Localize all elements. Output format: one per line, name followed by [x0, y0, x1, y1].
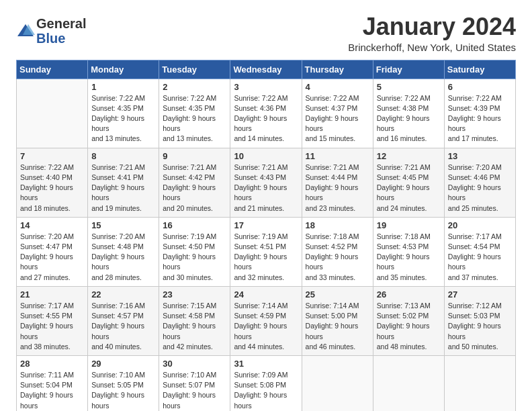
calendar-cell: 5Sunrise: 7:22 AMSunset: 4:38 PMDaylight…: [373, 79, 444, 148]
calendar-cell: 3Sunrise: 7:22 AMSunset: 4:36 PMDaylight…: [230, 79, 302, 148]
day-info: Sunrise: 7:20 AMSunset: 4:47 PMDaylight:…: [20, 232, 84, 283]
day-info: Sunrise: 7:10 AMSunset: 5:07 PMDaylight:…: [163, 370, 226, 411]
weekday-header: Thursday: [302, 60, 373, 79]
logo-text: General Blue: [36, 16, 86, 46]
day-info: Sunrise: 7:12 AMSunset: 5:03 PMDaylight:…: [448, 301, 512, 352]
title-block: January 2024 Brinckerhoff, New York, Uni…: [348, 13, 516, 53]
calendar-cell: 10Sunrise: 7:21 AMSunset: 4:43 PMDayligh…: [230, 148, 302, 217]
calendar-cell: 31Sunrise: 7:09 AMSunset: 5:08 PMDayligh…: [230, 355, 302, 411]
day-info: Sunrise: 7:10 AMSunset: 5:05 PMDaylight:…: [91, 370, 155, 411]
day-number: 30: [163, 359, 226, 369]
calendar-cell: 12Sunrise: 7:21 AMSunset: 4:45 PMDayligh…: [373, 148, 444, 217]
day-info: Sunrise: 7:21 AMSunset: 4:44 PMDaylight:…: [306, 163, 369, 214]
logo-blue: Blue: [36, 31, 65, 46]
logo-icon: [16, 21, 35, 40]
day-info: Sunrise: 7:14 AMSunset: 5:00 PMDaylight:…: [306, 301, 369, 352]
calendar-cell: [444, 355, 515, 411]
calendar-cell: 2Sunrise: 7:22 AMSunset: 4:35 PMDaylight…: [159, 79, 230, 148]
day-number: 25: [306, 289, 369, 300]
day-info: Sunrise: 7:18 AMSunset: 4:52 PMDaylight:…: [306, 232, 369, 283]
day-number: 1: [91, 82, 155, 92]
day-number: 19: [377, 220, 441, 230]
day-number: 5: [377, 82, 441, 92]
day-number: 11: [306, 151, 369, 161]
day-number: 10: [234, 151, 298, 161]
day-number: 8: [91, 151, 155, 161]
day-number: 27: [448, 289, 512, 300]
calendar-cell: 17Sunrise: 7:19 AMSunset: 4:51 PMDayligh…: [230, 217, 302, 286]
day-info: Sunrise: 7:13 AMSunset: 5:02 PMDaylight:…: [377, 301, 441, 352]
calendar-cell: 15Sunrise: 7:20 AMSunset: 4:48 PMDayligh…: [88, 217, 159, 286]
calendar-cell: 25Sunrise: 7:14 AMSunset: 5:00 PMDayligh…: [302, 286, 373, 355]
calendar-cell: 21Sunrise: 7:17 AMSunset: 4:55 PMDayligh…: [17, 286, 88, 355]
day-info: Sunrise: 7:17 AMSunset: 4:55 PMDaylight:…: [20, 301, 84, 352]
weekday-header: Wednesday: [230, 60, 302, 79]
calendar-cell: 28Sunrise: 7:11 AMSunset: 5:04 PMDayligh…: [17, 355, 88, 411]
day-info: Sunrise: 7:20 AMSunset: 4:48 PMDaylight:…: [91, 232, 155, 283]
calendar-cell: 18Sunrise: 7:18 AMSunset: 4:52 PMDayligh…: [302, 217, 373, 286]
day-info: Sunrise: 7:21 AMSunset: 4:45 PMDaylight:…: [377, 163, 441, 214]
weekday-header: Monday: [88, 60, 159, 79]
day-number: 12: [377, 151, 441, 161]
calendar-cell: 11Sunrise: 7:21 AMSunset: 4:44 PMDayligh…: [302, 148, 373, 217]
calendar-cell: 7Sunrise: 7:22 AMSunset: 4:40 PMDaylight…: [17, 148, 88, 217]
calendar-cell: 30Sunrise: 7:10 AMSunset: 5:07 PMDayligh…: [159, 355, 230, 411]
calendar-cell: 8Sunrise: 7:21 AMSunset: 4:41 PMDaylight…: [88, 148, 159, 217]
calendar-cell: 19Sunrise: 7:18 AMSunset: 4:53 PMDayligh…: [373, 217, 444, 286]
day-number: 2: [163, 82, 226, 92]
day-number: 28: [20, 359, 84, 369]
calendar-cell: 23Sunrise: 7:15 AMSunset: 4:58 PMDayligh…: [159, 286, 230, 355]
calendar-cell: 9Sunrise: 7:21 AMSunset: 4:42 PMDaylight…: [159, 148, 230, 217]
weekday-header: Friday: [373, 60, 444, 79]
day-number: 22: [91, 289, 155, 300]
day-info: Sunrise: 7:22 AMSunset: 4:39 PMDaylight:…: [448, 93, 512, 144]
weekday-header: Tuesday: [159, 60, 230, 79]
day-number: 21: [20, 289, 84, 300]
calendar-cell: 24Sunrise: 7:14 AMSunset: 4:59 PMDayligh…: [230, 286, 302, 355]
day-info: Sunrise: 7:21 AMSunset: 4:41 PMDaylight:…: [91, 163, 155, 214]
day-info: Sunrise: 7:14 AMSunset: 4:59 PMDaylight:…: [234, 301, 298, 352]
day-info: Sunrise: 7:17 AMSunset: 4:54 PMDaylight:…: [448, 232, 512, 283]
calendar-cell: 13Sunrise: 7:20 AMSunset: 4:46 PMDayligh…: [444, 148, 515, 217]
calendar-cell: 20Sunrise: 7:17 AMSunset: 4:54 PMDayligh…: [444, 217, 515, 286]
day-info: Sunrise: 7:18 AMSunset: 4:53 PMDaylight:…: [377, 232, 441, 283]
day-info: Sunrise: 7:16 AMSunset: 4:57 PMDaylight:…: [91, 301, 155, 352]
day-info: Sunrise: 7:09 AMSunset: 5:08 PMDaylight:…: [234, 370, 298, 411]
weekday-header: Sunday: [17, 60, 88, 79]
calendar-week-row: 28Sunrise: 7:11 AMSunset: 5:04 PMDayligh…: [17, 355, 516, 411]
day-info: Sunrise: 7:22 AMSunset: 4:38 PMDaylight:…: [377, 93, 441, 144]
day-info: Sunrise: 7:22 AMSunset: 4:40 PMDaylight:…: [20, 163, 84, 214]
day-number: 14: [20, 220, 84, 230]
day-info: Sunrise: 7:22 AMSunset: 4:35 PMDaylight:…: [91, 93, 155, 144]
day-number: 31: [234, 359, 298, 369]
calendar-cell: [17, 79, 88, 148]
day-info: Sunrise: 7:22 AMSunset: 4:36 PMDaylight:…: [234, 93, 298, 144]
day-number: 16: [163, 220, 226, 230]
calendar-cell: 6Sunrise: 7:22 AMSunset: 4:39 PMDaylight…: [444, 79, 515, 148]
day-number: 15: [91, 220, 155, 230]
calendar-week-row: 1Sunrise: 7:22 AMSunset: 4:35 PMDaylight…: [17, 79, 516, 148]
day-info: Sunrise: 7:11 AMSunset: 5:04 PMDaylight:…: [20, 370, 84, 411]
location: Brinckerhoff, New York, United States: [348, 42, 516, 53]
calendar-cell: [302, 355, 373, 411]
calendar-cell: 27Sunrise: 7:12 AMSunset: 5:03 PMDayligh…: [444, 286, 515, 355]
calendar-table: SundayMondayTuesdayWednesdayThursdayFrid…: [16, 60, 516, 411]
calendar-cell: 1Sunrise: 7:22 AMSunset: 4:35 PMDaylight…: [88, 79, 159, 148]
day-number: 26: [377, 289, 441, 300]
day-info: Sunrise: 7:21 AMSunset: 4:43 PMDaylight:…: [234, 163, 298, 214]
day-number: 18: [306, 220, 369, 230]
day-number: 7: [20, 151, 84, 161]
logo-general: General: [36, 16, 86, 31]
day-info: Sunrise: 7:21 AMSunset: 4:42 PMDaylight:…: [163, 163, 226, 214]
calendar-cell: 26Sunrise: 7:13 AMSunset: 5:02 PMDayligh…: [373, 286, 444, 355]
day-number: 9: [163, 151, 226, 161]
day-number: 29: [91, 359, 155, 369]
calendar-week-row: 7Sunrise: 7:22 AMSunset: 4:40 PMDaylight…: [17, 148, 516, 217]
day-number: 20: [448, 220, 512, 230]
calendar-cell: 22Sunrise: 7:16 AMSunset: 4:57 PMDayligh…: [88, 286, 159, 355]
page-header: General Blue January 2024 Brinckerhoff, …: [16, 13, 516, 53]
day-info: Sunrise: 7:22 AMSunset: 4:37 PMDaylight:…: [306, 93, 369, 144]
day-number: 17: [234, 220, 298, 230]
day-number: 4: [306, 82, 369, 92]
calendar-cell: 14Sunrise: 7:20 AMSunset: 4:47 PMDayligh…: [17, 217, 88, 286]
